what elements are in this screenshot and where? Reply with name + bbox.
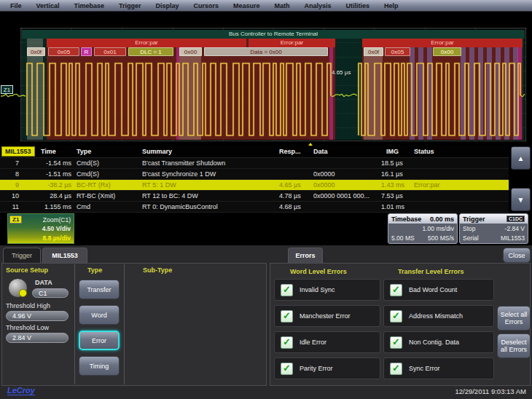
cell-img: 1.01 ms	[379, 203, 412, 210]
checkbox-parity-error[interactable]: ✓Parity Error	[274, 357, 380, 379]
menu-cursors[interactable]: Cursors	[186, 2, 226, 9]
checkbox-label: Idle Error	[300, 339, 326, 346]
word-boundary-bar	[329, 39, 333, 140]
checkbox-label: Sync Error	[409, 365, 440, 372]
table-row[interactable]: 8-1.51 msCmd(S)B'cast Synchronize 1 DW0x…	[0, 169, 509, 180]
cell-resp: 4.65 µs	[277, 181, 311, 189]
checkbox-checked-icon: ✓	[281, 363, 293, 375]
source-setup-title: Source Setup	[6, 266, 48, 274]
checkbox-idle-error[interactable]: ✓Idle Error	[274, 331, 380, 353]
gap-time-annotation: 4.65 µs	[332, 69, 351, 76]
timebase-perdiv: 1.00 ms/div	[423, 224, 454, 234]
cell-data: 0x0000	[311, 181, 379, 189]
col-resp: Resp...	[277, 148, 311, 155]
decode-field-0x0f: 0x0f	[27, 47, 45, 56]
checkbox-label: Parity Error	[300, 365, 333, 372]
checkbox-manchester-error[interactable]: ✓Manchester Error	[274, 305, 380, 327]
menu-math[interactable]: Math	[267, 2, 297, 9]
type-button-timing[interactable]: Timing	[79, 356, 120, 376]
bit-highlight-stripe	[496, 39, 501, 140]
checkbox-address-mismatch[interactable]: ✓Address Mismatch	[383, 305, 494, 327]
timebase-box[interactable]: Timebase 0.00 ms 1.00 ms/div 5.00 MS 500…	[388, 213, 458, 244]
deselect-all-errors-button[interactable]: Deselect all Errors	[497, 333, 531, 358]
checkbox-non-contig-data[interactable]: ✓Non Contig. Data	[383, 331, 494, 353]
type-button-error[interactable]: Error	[79, 331, 120, 350]
cell-data: 0x0000 0001 000...	[311, 192, 379, 200]
col-type: Type	[74, 148, 140, 155]
cell-summary: RT 0: DynamicBusControl	[140, 203, 277, 210]
menu-display[interactable]: Display	[148, 2, 186, 9]
cell-status: Error:par	[412, 181, 509, 189]
select-all-errors-button[interactable]: Select all Errors	[497, 306, 531, 331]
threshold-low-label: Threshold Low	[6, 324, 49, 331]
checkbox-sync-error[interactable]: ✓Sync Error	[383, 357, 494, 379]
menu-vertical[interactable]: Vertical	[29, 2, 67, 9]
trigger-mode: Stop	[463, 224, 476, 234]
menu-help[interactable]: Help	[377, 2, 406, 9]
timebase-rate: 500 MS/s	[428, 234, 454, 243]
cell-index: 11	[0, 203, 22, 210]
table-row[interactable]: 1028.4 µsRT-BC (Xmit)RT 12 to BC: 4 DW4.…	[0, 191, 509, 202]
col-summary: Summary	[140, 148, 277, 155]
tab-trigger[interactable]: Trigger	[3, 248, 41, 263]
trigger-level: -2.84 V	[505, 224, 525, 234]
trigger-serial-value: MIL1553	[501, 234, 525, 243]
threshold-high-field[interactable]: 4.96 V	[6, 311, 69, 321]
menu-measure[interactable]: Measure	[226, 2, 267, 9]
type-button-word[interactable]: Word	[79, 305, 120, 325]
cell-img: 1.43 ms	[379, 181, 412, 189]
bit-highlight-stripe	[478, 39, 483, 140]
protocol-badge[interactable]: MIL1553	[1, 146, 35, 157]
table-row[interactable]: 111.155 msCmdRT 0: DynamicBusControl4.68…	[0, 202, 509, 213]
transfer-errors-title: Transfer Level Errors	[398, 268, 464, 275]
trigger-box[interactable]: Trigger C1DC Stop -2.84 V Serial MIL1553	[459, 213, 528, 244]
cell-type: Cmd(S)	[74, 159, 140, 167]
cell-img: 18.5 µs	[379, 159, 412, 167]
cell-time: 28.4 µs	[22, 192, 74, 200]
scroll-down-button[interactable]: ▼	[511, 188, 531, 211]
type-button-transfer[interactable]: Transfer	[79, 280, 120, 299]
menu-utilities[interactable]: Utilities	[339, 2, 378, 9]
menu-trigger[interactable]: Trigger	[112, 2, 149, 9]
word-boundary-bar	[517, 39, 522, 140]
descriptor-vdiv: 4.50 V/div	[42, 225, 71, 232]
scroll-up-button[interactable]: ▲	[511, 146, 531, 170]
menu-timebase[interactable]: Timebase	[67, 2, 112, 9]
source-channel-field[interactable]: C1	[32, 288, 69, 298]
setup-dialog: TriggerMIL1553 Errors Close Source Setup…	[0, 245, 532, 399]
table-row[interactable]: 9-38.2 µsBC-RT (Rx)RT 5: 1 DW4.65 µs0x00…	[0, 180, 509, 191]
decode-field-data-0x00: Data = 0x00	[204, 47, 328, 56]
trigger-source-badge: C1DC	[506, 216, 525, 222]
col-time: Time	[39, 148, 74, 155]
timebase-title: Timebase	[391, 216, 421, 223]
cell-img: 7.53 µs	[379, 192, 412, 200]
panel-separator-1	[74, 264, 75, 384]
threshold-low-field[interactable]: 2.84 V	[6, 333, 69, 343]
checkbox-bad-word-count[interactable]: ✓Bad Word Count	[383, 279, 494, 301]
cell-type: Cmd(S)	[74, 170, 140, 178]
checkbox-label: Invalid Sync	[300, 286, 335, 293]
cell-resp: 4.68 µs	[277, 203, 311, 210]
zoom-badge: Z1	[9, 216, 22, 224]
subtype-title: Sub-Type	[143, 266, 172, 274]
type-title: Type	[87, 266, 102, 274]
cell-summary: B'cast Synchronize 1 DW	[140, 170, 277, 178]
checkbox-checked-icon: ✓	[390, 363, 402, 375]
cell-type: BC-RT (Rx)	[74, 181, 140, 189]
col-data: Data	[311, 148, 379, 155]
decode-field-r: R	[81, 47, 92, 56]
menu-file[interactable]: File	[3, 2, 29, 9]
menu-analysis[interactable]: Analysis	[297, 2, 338, 9]
zoom-trace-descriptor[interactable]: Z1 Zoom(C1) 4.50 V/div 8.8 µs/div	[7, 213, 74, 244]
bit-highlight-stripe	[504, 39, 509, 140]
cell-time: -1.51 ms	[22, 170, 74, 178]
checkbox-invalid-sync[interactable]: ✓Invalid Sync	[274, 279, 380, 301]
trigger-serial-label: Serial	[463, 234, 479, 243]
tab-errors[interactable]: Errors	[288, 248, 323, 263]
tab-mil1553[interactable]: MIL1553	[42, 248, 87, 263]
table-row[interactable]: 7-1.54 msCmd(S)B'cast Transmitter Shutdo…	[0, 158, 509, 169]
close-button[interactable]: Close	[503, 248, 531, 263]
cell-img: 16.1 µs	[379, 170, 412, 178]
bit-highlight-stripe	[487, 39, 492, 140]
checkbox-checked-icon: ✓	[390, 310, 402, 323]
